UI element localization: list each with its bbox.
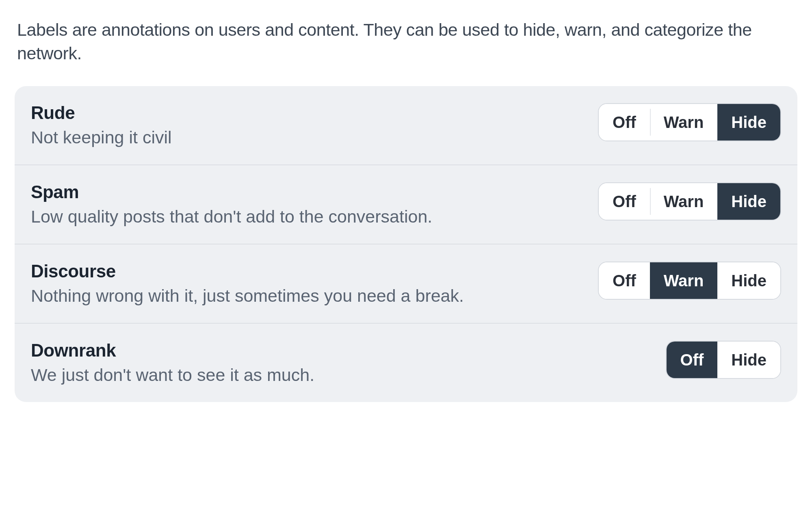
label-segmented-rude: Off Warn Hide (598, 103, 781, 141)
segment-option-off[interactable]: Off (599, 104, 650, 141)
labels-panel: Rude Not keeping it civil Off Warn Hide … (15, 86, 797, 402)
label-segmented-spam: Off Warn Hide (598, 182, 781, 221)
label-text: Rude Not keeping it civil (31, 102, 587, 149)
label-title: Spam (31, 181, 587, 203)
segment-option-hide[interactable]: Hide (717, 183, 780, 220)
labels-settings-page: Labels are annotations on users and cont… (0, 0, 812, 420)
label-text: Downrank We just don't want to see it as… (31, 339, 654, 387)
label-segmented-downrank: Off Hide (666, 341, 781, 379)
label-row-downrank: Downrank We just don't want to see it as… (15, 324, 797, 402)
label-row-spam: Spam Low quality posts that don't add to… (15, 165, 797, 244)
label-title: Discourse (31, 260, 587, 282)
labels-intro-text: Labels are annotations on users and cont… (15, 18, 797, 65)
segment-option-off[interactable]: Off (667, 342, 718, 378)
segment-option-warn[interactable]: Warn (650, 262, 718, 299)
label-description: Low quality posts that don't add to the … (31, 205, 587, 228)
label-text: Spam Low quality posts that don't add to… (31, 181, 587, 228)
label-description: We just don't want to see it as much. (31, 364, 654, 387)
label-segmented-discourse: Off Warn Hide (598, 262, 781, 300)
segment-option-off[interactable]: Off (599, 183, 650, 220)
segment-option-hide[interactable]: Hide (717, 342, 780, 378)
label-row-rude: Rude Not keeping it civil Off Warn Hide (15, 86, 797, 165)
segment-option-warn[interactable]: Warn (650, 104, 718, 141)
label-title: Downrank (31, 339, 654, 361)
segment-option-off[interactable]: Off (599, 262, 650, 299)
segment-option-hide[interactable]: Hide (717, 104, 780, 141)
label-description: Nothing wrong with it, just sometimes yo… (31, 285, 587, 307)
segment-option-hide[interactable]: Hide (717, 262, 780, 299)
segment-option-warn[interactable]: Warn (650, 183, 718, 220)
label-text: Discourse Nothing wrong with it, just so… (31, 260, 587, 307)
label-title: Rude (31, 102, 587, 124)
label-description: Not keeping it civil (31, 126, 587, 149)
label-row-discourse: Discourse Nothing wrong with it, just so… (15, 244, 797, 324)
